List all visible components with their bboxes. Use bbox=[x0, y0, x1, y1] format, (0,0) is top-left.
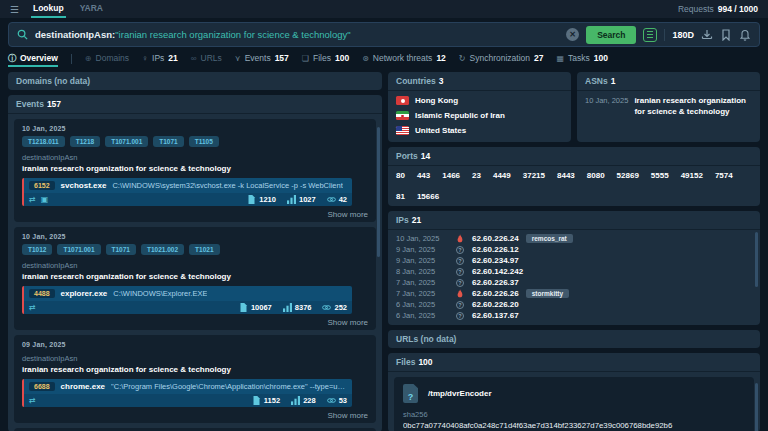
scrollbar[interactable] bbox=[755, 383, 758, 431]
unknown-icon: ? bbox=[455, 246, 465, 254]
mitre-tag[interactable]: T1218.011 bbox=[22, 136, 65, 147]
mitre-tag[interactable]: T1021 bbox=[189, 244, 219, 255]
process-tree-icon: ⇄ bbox=[29, 303, 36, 312]
asns-panel-title: ASNs1 bbox=[577, 72, 760, 91]
process-cmdline: C:\WINDOWS\Explorer.EXE bbox=[113, 289, 207, 298]
port-value[interactable]: 5555 bbox=[651, 171, 669, 180]
port-value[interactable]: 37215 bbox=[523, 171, 545, 180]
asn-date: 10 Jan, 2025 bbox=[585, 96, 628, 118]
country-name: United States bbox=[415, 126, 466, 135]
ip-address[interactable]: 62.60.226.24 bbox=[472, 234, 519, 243]
tab-label: Domains bbox=[96, 53, 130, 63]
asn-row[interactable]: 10 Jan, 2025 iranian research organizati… bbox=[577, 91, 760, 123]
mitre-tag[interactable]: T1105 bbox=[189, 136, 219, 147]
process-row[interactable]: 4488 explorer.exe C:\WINDOWS\Explorer.EX… bbox=[22, 286, 352, 314]
period-selector[interactable]: 180D bbox=[672, 30, 694, 40]
grid-icon: ▦ bbox=[557, 54, 565, 63]
links-count: 252 bbox=[322, 303, 347, 312]
countries-panel: Countries3 Hong Kong Islamic Republic of… bbox=[388, 72, 571, 142]
ip-address[interactable]: 62.60.137.67 bbox=[472, 311, 519, 320]
hash-value[interactable]: 0bc77a07740408afc0a248c71d4f63ae7d314bf2… bbox=[403, 421, 745, 430]
menu-icon[interactable]: ☰ bbox=[10, 4, 19, 15]
ip-address[interactable]: 62.60.226.26 bbox=[472, 289, 519, 298]
search-bar[interactable]: destinationIpAsn:"iranian research organ… bbox=[8, 22, 760, 47]
field-label: destinationIpAsn bbox=[22, 153, 368, 162]
malware-tag[interactable]: remcos_rat bbox=[526, 234, 573, 243]
pin-icon: ♀ bbox=[142, 54, 148, 63]
info-icon: ⓘ bbox=[8, 53, 16, 64]
tab-network-threats[interactable]: ⊛Network threats12 bbox=[362, 51, 446, 67]
search-button[interactable]: Search bbox=[586, 26, 636, 44]
country-row[interactable]: United States bbox=[388, 123, 571, 138]
requests-label: Requests bbox=[678, 4, 714, 14]
tab-yara[interactable]: YARA bbox=[78, 0, 105, 18]
bell-icon[interactable] bbox=[739, 29, 751, 41]
port-value[interactable]: 80 bbox=[396, 171, 405, 180]
tab-ips[interactable]: ♀IPs21 bbox=[142, 51, 178, 67]
mitre-tag[interactable]: T1071 bbox=[153, 136, 183, 147]
port-value[interactable]: 7574 bbox=[715, 171, 733, 180]
connections-count: 1027 bbox=[287, 195, 316, 204]
port-value[interactable]: 52869 bbox=[617, 171, 639, 180]
country-row[interactable]: Islamic Republic of Iran bbox=[388, 108, 571, 123]
port-value[interactable]: 443 bbox=[417, 171, 430, 180]
port-value[interactable]: 81 bbox=[396, 192, 405, 201]
country-row[interactable]: Hong Kong bbox=[388, 93, 571, 108]
download-icon[interactable] bbox=[701, 29, 713, 41]
ip-address[interactable]: 62.60.226.37 bbox=[472, 278, 519, 287]
tab-label: Network threats bbox=[373, 53, 433, 63]
tab-label: Tasks bbox=[568, 53, 590, 63]
show-more-link[interactable]: Show more bbox=[22, 318, 368, 327]
files-count: 1152 bbox=[252, 396, 280, 405]
process-name: chrome.exe bbox=[61, 382, 105, 391]
port-value[interactable]: 23 bbox=[472, 171, 481, 180]
tab-events[interactable]: ⋎Events157 bbox=[235, 51, 289, 67]
mitre-tag[interactable]: T1021.002 bbox=[141, 244, 184, 255]
show-more-link[interactable]: Show more bbox=[22, 210, 368, 219]
ip-address[interactable]: 62.60.234.97 bbox=[472, 256, 519, 265]
ip-address[interactable]: 62.60.142.242 bbox=[472, 267, 523, 276]
unknown-icon: ? bbox=[455, 279, 465, 287]
process-row[interactable]: 6688 chrome.exe "C:\Program Files\Google… bbox=[22, 379, 352, 407]
port-value[interactable]: 49152 bbox=[681, 171, 703, 180]
tab-lookup[interactable]: Lookup bbox=[31, 0, 66, 18]
mitre-tag[interactable]: T1012 bbox=[22, 244, 52, 255]
scrollbar[interactable] bbox=[377, 127, 380, 257]
links-count: 42 bbox=[327, 195, 347, 204]
mitre-tag[interactable]: T1071 bbox=[106, 244, 136, 255]
mitre-tag[interactable]: T1071.001 bbox=[105, 136, 148, 147]
ports-list: 80 443 1466 23 4449 37215 8443 8080 5286… bbox=[388, 166, 760, 206]
file-icon bbox=[252, 396, 261, 405]
bookmark-icon[interactable] bbox=[720, 29, 732, 41]
tab-domains[interactable]: ⊕Domains bbox=[85, 51, 129, 67]
port-value[interactable]: 8443 bbox=[557, 171, 575, 180]
ip-address[interactable]: 62.60.226.12 bbox=[472, 245, 519, 254]
show-more-link[interactable]: Show more bbox=[22, 411, 368, 420]
mitre-tag[interactable]: T1218 bbox=[70, 136, 100, 147]
port-value[interactable]: 4449 bbox=[493, 171, 511, 180]
scrollbar[interactable] bbox=[755, 232, 758, 287]
tab-overview[interactable]: ⓘOverview bbox=[8, 51, 58, 67]
search-input[interactable]: destinationIpAsn:"iranian research organ… bbox=[35, 29, 559, 40]
port-value[interactable]: 15666 bbox=[417, 192, 439, 201]
query-builder-icon[interactable] bbox=[643, 28, 657, 42]
tab-tasks[interactable]: ▦Tasks100 bbox=[557, 51, 608, 67]
tab-synchronization[interactable]: ↻Synchronization27 bbox=[459, 51, 544, 67]
globe-icon: ⊕ bbox=[85, 54, 92, 63]
tab-label: IPs bbox=[152, 53, 164, 63]
ips-panel: IPs21 10 Jan, 2025 62.60.226.24 remcos_r… bbox=[388, 211, 760, 325]
ip-address[interactable]: 62.60.226.20 bbox=[472, 300, 519, 309]
tab-count: 12 bbox=[436, 53, 445, 63]
tab-files[interactable]: ❏Files100 bbox=[302, 51, 349, 67]
mitre-tag[interactable]: T1071.001 bbox=[57, 244, 100, 255]
malware-tag[interactable]: stormkitty bbox=[526, 289, 569, 298]
requests-value: 994 / 1000 bbox=[718, 4, 758, 14]
ip-date: 9 Jan, 2025 bbox=[396, 245, 448, 254]
port-value[interactable]: 1466 bbox=[442, 171, 460, 180]
ip-date: 7 Jan, 2025 bbox=[396, 278, 448, 287]
port-value[interactable]: 8080 bbox=[587, 171, 605, 180]
process-row[interactable]: 6152 svchost.exe C:\WINDOWS\system32\svc… bbox=[22, 178, 352, 206]
tab-urls[interactable]: ∞URLs bbox=[191, 51, 222, 67]
clear-search-icon[interactable]: ✕ bbox=[566, 28, 579, 41]
file-name[interactable]: /tmp/dvrEncoder bbox=[428, 389, 492, 398]
